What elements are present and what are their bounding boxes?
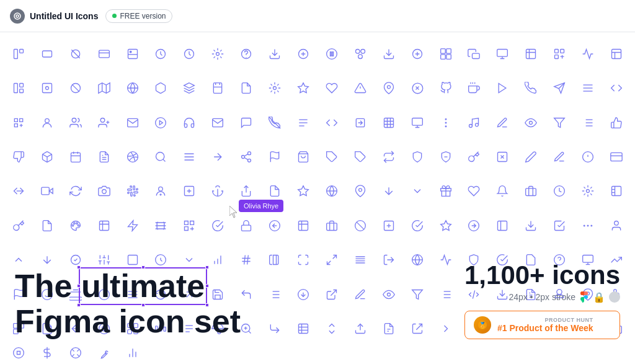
header: Untitled UI Icons FREE version xyxy=(0,0,635,32)
grid-icon xyxy=(574,37,602,70)
grid-icon xyxy=(489,209,516,242)
grid-icon xyxy=(546,209,573,242)
gray-circle xyxy=(609,291,620,303)
grid-icon xyxy=(461,140,488,173)
grid-icon xyxy=(461,209,488,242)
hero-title: The ultimate Figma icon set xyxy=(15,269,260,339)
lock-icon: 🔒 xyxy=(593,291,605,303)
grid-icon xyxy=(261,140,288,173)
svg-rect-65 xyxy=(412,118,422,125)
grid-icon xyxy=(290,209,317,242)
svg-rect-103 xyxy=(611,153,622,161)
svg-rect-23 xyxy=(446,48,451,53)
grid-icon xyxy=(318,175,345,208)
grid-icon xyxy=(517,175,544,208)
grid-icon xyxy=(290,175,317,208)
grid-icon xyxy=(290,278,317,311)
svg-rect-22 xyxy=(440,48,445,53)
handle-tr xyxy=(205,265,209,269)
svg-rect-29 xyxy=(561,49,564,53)
grid-icon xyxy=(432,209,460,242)
svg-point-139 xyxy=(591,225,592,226)
grid-icon xyxy=(489,140,516,173)
logo-icon xyxy=(10,9,25,24)
ph-text: PRODUCT HUNT #1 Product of the Week xyxy=(497,317,593,333)
svg-point-1 xyxy=(16,15,19,17)
grid-icon xyxy=(347,175,374,208)
svg-rect-26 xyxy=(473,53,480,58)
grid-icon xyxy=(318,313,345,345)
product-hunt-badge: 🏅 PRODUCT HUNT #1 Product of the Week xyxy=(464,311,620,339)
grid-icon xyxy=(432,313,460,345)
svg-point-66 xyxy=(445,122,446,123)
grid-icon xyxy=(489,175,516,208)
grid-icon xyxy=(261,244,288,277)
svg-point-141 xyxy=(615,221,619,225)
svg-rect-27 xyxy=(497,49,508,56)
cursor-pointer xyxy=(229,206,237,217)
svg-rect-25 xyxy=(446,55,451,60)
grid-icon xyxy=(603,106,630,139)
svg-line-130 xyxy=(357,222,364,229)
grid-icon xyxy=(347,244,374,277)
svg-rect-116 xyxy=(526,189,536,196)
grid-icon xyxy=(432,37,460,70)
svg-point-17 xyxy=(355,49,360,53)
grid-icon xyxy=(318,278,345,311)
grid-icon xyxy=(404,37,431,70)
svg-marker-134 xyxy=(440,221,451,231)
svg-marker-181 xyxy=(412,290,422,299)
svg-point-69 xyxy=(469,124,473,127)
svg-point-18 xyxy=(361,49,365,53)
grid-icon xyxy=(261,37,288,70)
grid-icon xyxy=(432,106,460,139)
grid-icon xyxy=(347,106,374,139)
grid-icon xyxy=(404,140,431,173)
svg-point-70 xyxy=(476,123,479,126)
svg-point-71 xyxy=(530,121,533,124)
grid-icon xyxy=(261,71,288,104)
grid-icon xyxy=(318,140,345,173)
svg-rect-24 xyxy=(440,55,445,60)
grid-icon xyxy=(603,140,630,173)
svg-text:🏅: 🏅 xyxy=(479,321,487,329)
figma-icon xyxy=(579,291,589,303)
grid-icon xyxy=(290,106,317,139)
free-version-badge: FREE version xyxy=(105,9,172,23)
grid-icon xyxy=(517,71,544,104)
grid-icon xyxy=(404,175,431,208)
svg-point-19 xyxy=(358,55,363,59)
grid-icon xyxy=(546,175,573,208)
svg-marker-41 xyxy=(298,83,309,93)
grid-icon xyxy=(290,37,317,70)
handle-mr xyxy=(205,284,209,288)
grid-icon xyxy=(432,278,460,311)
collaborator-name: Olivia Rhye xyxy=(244,202,278,210)
grid-icon xyxy=(603,209,630,242)
grid-icon xyxy=(432,140,460,173)
grid-icon xyxy=(290,140,317,173)
highlight-box: ultimate xyxy=(81,269,205,304)
svg-rect-136 xyxy=(498,221,507,230)
grid-icon xyxy=(261,209,288,242)
grid-icon xyxy=(375,37,402,70)
grid-icon xyxy=(318,244,345,277)
svg-point-44 xyxy=(387,86,390,89)
svg-point-68 xyxy=(445,126,446,127)
grid-icon xyxy=(461,175,488,208)
svg-point-118 xyxy=(587,190,590,193)
grid-icon xyxy=(261,106,288,139)
svg-rect-128 xyxy=(327,223,337,231)
svg-rect-31 xyxy=(612,49,621,58)
grid-icon xyxy=(261,278,288,311)
grid-icon xyxy=(375,175,402,208)
grid-icon xyxy=(517,140,544,173)
grid-icon xyxy=(375,209,402,242)
svg-line-154 xyxy=(327,261,331,265)
grid-icon xyxy=(461,71,488,104)
svg-rect-64 xyxy=(384,118,393,127)
grid-icon xyxy=(290,71,317,104)
grid-icon xyxy=(574,106,602,139)
grid-icon xyxy=(347,71,374,104)
grid-icon xyxy=(375,106,402,139)
